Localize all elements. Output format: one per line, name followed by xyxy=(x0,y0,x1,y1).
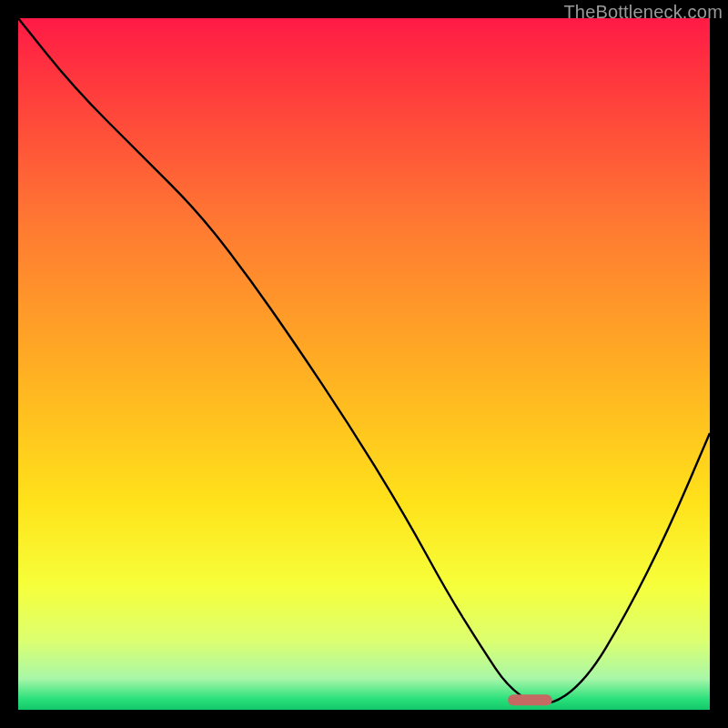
bottleneck-chart xyxy=(18,18,710,710)
heat-background xyxy=(18,18,710,710)
optimal-marker xyxy=(508,694,552,705)
chart-container: { "attribution": "TheBottleneck.com", "c… xyxy=(0,0,728,728)
